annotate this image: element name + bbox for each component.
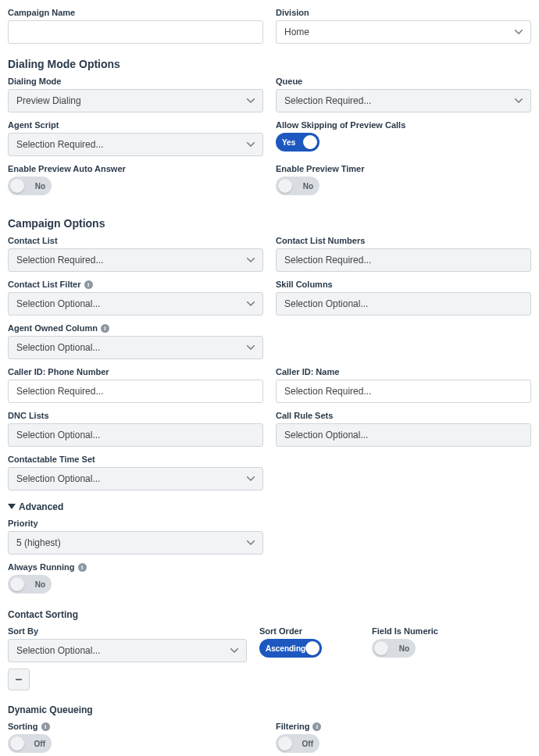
sorting-field: Sorting i Off — [8, 722, 263, 753]
toggle-knob — [305, 641, 319, 655]
enable-preview-timer-value: No — [303, 182, 313, 191]
caller-id-name-select[interactable]: Selection Required... — [276, 380, 531, 403]
agent-owned-column-field: Agent Owned Column i Selection Optional.… — [8, 323, 263, 359]
agent-script-value: Selection Required... — [16, 139, 103, 150]
sort-by-label: Sort By — [8, 626, 247, 636]
toggle-knob — [374, 641, 388, 655]
caller-id-phone-select[interactable]: Selection Required... — [8, 380, 263, 403]
call-rule-sets-select[interactable]: Selection Optional... — [276, 423, 531, 447]
dialing-mode-select[interactable]: Preview Dialing — [8, 89, 263, 112]
contact-list-numbers-select[interactable]: Selection Required... — [276, 248, 531, 272]
info-icon: i — [84, 280, 93, 289]
campaign-name-label: Campaign Name — [8, 8, 263, 17]
sort-by-select[interactable]: Selection Optional... — [8, 639, 247, 662]
priority-select[interactable]: 5 (highest) — [8, 531, 263, 555]
dynamic-queueing-title: Dynamic Queueing — [8, 704, 531, 715]
agent-owned-column-select[interactable]: Selection Optional... — [8, 336, 263, 359]
priority-label: Priority — [8, 519, 263, 528]
skill-columns-select[interactable]: Selection Optional... — [276, 292, 531, 316]
enable-preview-auto-answer-value: No — [35, 182, 45, 191]
contactable-time-set-field: Contactable Time Set Selection Optional.… — [8, 455, 263, 490]
agent-owned-column-value: Selection Optional... — [16, 342, 100, 353]
allow-skipping-field: Allow Skipping of Preview Calls Yes — [276, 120, 531, 156]
sorting-label: Sorting i — [8, 722, 263, 731]
info-icon: i — [78, 563, 87, 572]
enable-preview-auto-answer-toggle[interactable]: No — [8, 177, 52, 195]
queue-label: Queue — [276, 77, 531, 86]
campaign-options-title: Campaign Options — [8, 217, 531, 230]
sort-order-label: Sort Order — [259, 626, 359, 636]
allow-skipping-label: Allow Skipping of Preview Calls — [276, 120, 531, 130]
division-field: Division Home — [276, 8, 531, 44]
chevron-down-icon — [247, 301, 255, 306]
enable-preview-auto-answer-label: Enable Preview Auto Answer — [8, 164, 263, 173]
enable-preview-timer-toggle[interactable]: No — [276, 177, 319, 195]
chevron-down-icon — [515, 98, 523, 103]
chevron-down-icon — [515, 30, 523, 34]
chevron-down-icon — [247, 98, 255, 103]
contact-list-filter-field: Contact List Filter i Selection Optional… — [8, 280, 263, 316]
agent-script-label: Agent Script — [8, 120, 263, 130]
toggle-knob — [10, 577, 24, 591]
sort-order-toggle[interactable]: Ascending — [259, 639, 322, 658]
contactable-time-set-value: Selection Optional... — [16, 473, 100, 484]
toggle-knob — [10, 179, 24, 193]
contactable-time-set-select[interactable]: Selection Optional... — [8, 467, 263, 490]
contact-list-numbers-field: Contact List Numbers Selection Required.… — [276, 236, 531, 272]
filtering-field: Filtering i Off — [276, 722, 531, 753]
agent-script-field: Agent Script Selection Required... — [8, 120, 263, 156]
caller-id-name-value: Selection Required... — [284, 386, 371, 397]
chevron-down-icon — [247, 345, 255, 350]
queue-select[interactable]: Selection Required... — [276, 89, 531, 112]
advanced-title: Advanced — [19, 501, 63, 512]
sort-by-field: Sort By Selection Optional... — [8, 626, 247, 662]
dnc-lists-select[interactable]: Selection Optional... — [8, 423, 263, 447]
chevron-down-icon — [247, 142, 255, 147]
filtering-label: Filtering i — [276, 722, 531, 731]
dnc-lists-label: DNC Lists — [8, 411, 263, 420]
caller-id-phone-value: Selection Required... — [16, 386, 103, 397]
contact-list-numbers-value: Selection Required... — [284, 255, 371, 266]
dialing-mode-value: Preview Dialing — [16, 95, 81, 106]
contactable-time-set-label: Contactable Time Set — [8, 455, 263, 464]
caller-id-name-label: Caller ID: Name — [276, 367, 531, 376]
field-is-numeric-field: Field Is Numeric No — [372, 626, 472, 658]
division-select[interactable]: Home — [276, 20, 531, 44]
chevron-down-icon — [230, 648, 238, 653]
toggle-knob — [303, 135, 317, 149]
field-is-numeric-toggle[interactable]: No — [372, 639, 416, 658]
call-rule-sets-value: Selection Optional... — [284, 430, 368, 440]
chevron-down-icon — [247, 540, 255, 545]
toggle-knob — [278, 179, 292, 193]
sort-order-field: Sort Order Ascending — [259, 626, 359, 658]
info-icon: i — [41, 722, 50, 731]
contact-list-select[interactable]: Selection Required... — [8, 248, 263, 272]
toggle-knob — [278, 736, 292, 751]
always-running-toggle[interactable]: No — [8, 575, 52, 594]
dialing-mode-label: Dialing Mode — [8, 77, 263, 86]
remove-sort-button[interactable]: – — [8, 669, 30, 690]
allow-skipping-value: Yes — [282, 138, 295, 147]
campaign-name-input[interactable] — [8, 20, 263, 44]
contact-list-filter-select[interactable]: Selection Optional... — [8, 292, 263, 316]
agent-script-select[interactable]: Selection Required... — [8, 133, 263, 156]
sorting-toggle[interactable]: Off — [8, 734, 52, 753]
priority-field: Priority 5 (highest) — [8, 519, 263, 555]
sorting-value: Off — [34, 740, 45, 748]
contact-list-field: Contact List Selection Required... — [8, 236, 263, 272]
allow-skipping-toggle[interactable]: Yes — [276, 133, 319, 152]
caller-id-phone-label: Caller ID: Phone Number — [8, 367, 263, 376]
caret-down-icon — [8, 504, 16, 510]
advanced-header[interactable]: Advanced — [8, 501, 531, 512]
toggle-knob — [10, 736, 24, 751]
enable-preview-timer-field: Enable Preview Timer No — [276, 164, 531, 195]
division-label: Division — [276, 8, 531, 17]
filtering-toggle[interactable]: Off — [276, 734, 319, 753]
queue-value: Selection Required... — [284, 95, 371, 106]
sort-by-value: Selection Optional... — [16, 645, 100, 656]
caller-id-phone-field: Caller ID: Phone Number Selection Requir… — [8, 367, 263, 403]
campaign-name-field: Campaign Name — [8, 8, 263, 44]
caller-id-name-field: Caller ID: Name Selection Required... — [276, 367, 531, 403]
dialing-mode-options-title: Dialing Mode Options — [8, 58, 531, 70]
sort-order-value: Ascending — [266, 644, 305, 653]
